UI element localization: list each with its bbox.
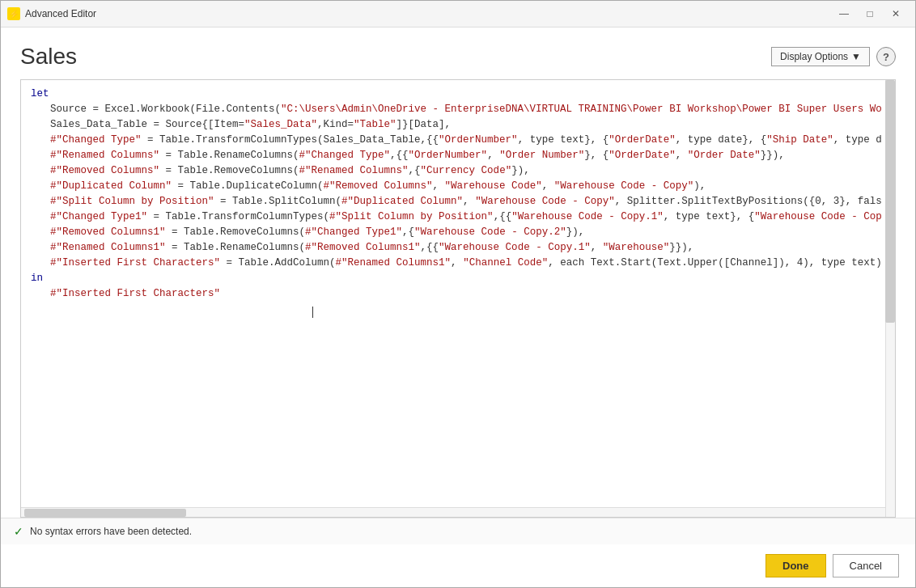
svg-text:⚡: ⚡	[9, 9, 19, 19]
vertical-scrollbar-track[interactable]	[885, 80, 895, 517]
done-button[interactable]: Done	[765, 554, 826, 577]
code-content[interactable]: let Source = Excel.Workbook(File.Content…	[21, 80, 895, 507]
footer-bar: Done Cancel	[1, 544, 915, 587]
content-area: Sales Display Options ▼ ? let Source = E…	[1, 27, 915, 518]
code-line: #"Inserted First Characters" = Table.Add…	[21, 256, 895, 271]
code-line: #"Removed Columns1" = Table.RemoveColumn…	[21, 225, 895, 240]
close-button[interactable]: ✕	[883, 2, 909, 25]
code-line: Sales_Data_Table = Source{[Item="Sales_D…	[21, 117, 895, 133]
code-line: #"Inserted First Characters"	[21, 286, 895, 302]
app-icon: ⚡	[7, 7, 20, 20]
code-line: #"Renamed Columns1" = Table.RenameColumn…	[21, 240, 895, 256]
text-cursor	[312, 307, 313, 318]
dropdown-icon: ▼	[851, 51, 861, 62]
page-title: Sales	[20, 44, 77, 70]
title-bar: ⚡ Advanced Editor — □ ✕	[1, 1, 915, 27]
code-line: #"Removed Columns" = Table.RemoveColumns…	[21, 163, 895, 179]
code-line: #"Split Column by Position" = Table.Spli…	[21, 194, 895, 209]
display-options-button[interactable]: Display Options ▼	[771, 47, 870, 66]
advanced-editor-window: ⚡ Advanced Editor — □ ✕ Sales Display Op…	[0, 0, 916, 588]
code-line: let	[21, 87, 895, 102]
code-line: in	[21, 271, 895, 286]
code-line: #"Duplicated Column" = Table.DuplicateCo…	[21, 179, 895, 194]
code-line: #"Renamed Columns" = Table.RenameColumns…	[21, 148, 895, 163]
header-controls: Display Options ▼ ?	[771, 47, 896, 66]
help-button[interactable]: ?	[876, 47, 896, 66]
code-line: #"Changed Type1" = Table.TransformColumn…	[21, 209, 895, 225]
window-title: Advanced Editor	[25, 8, 831, 19]
cancel-button[interactable]: Cancel	[833, 554, 899, 577]
horizontal-scrollbar-thumb[interactable]	[24, 509, 186, 517]
code-editor[interactable]: let Source = Excel.Workbook(File.Content…	[20, 79, 896, 518]
display-options-label: Display Options	[780, 51, 848, 62]
window-controls: — □ ✕	[831, 2, 909, 25]
horizontal-scrollbar[interactable]	[21, 507, 895, 517]
code-line: #"Changed Type" = Table.TransformColumnT…	[21, 133, 895, 148]
code-line: Source = Excel.Workbook(File.Contents("C…	[21, 102, 895, 117]
status-check-icon: ✓	[14, 525, 23, 538]
status-message: No syntax errors have been detected.	[30, 526, 192, 537]
minimize-button[interactable]: —	[831, 2, 857, 25]
maximize-button[interactable]: □	[857, 2, 883, 25]
header-row: Sales Display Options ▼ ?	[20, 44, 896, 70]
vertical-scrollbar-thumb[interactable]	[885, 80, 895, 323]
cursor-line	[21, 302, 895, 320]
status-bar: ✓ No syntax errors have been detected.	[1, 518, 915, 544]
